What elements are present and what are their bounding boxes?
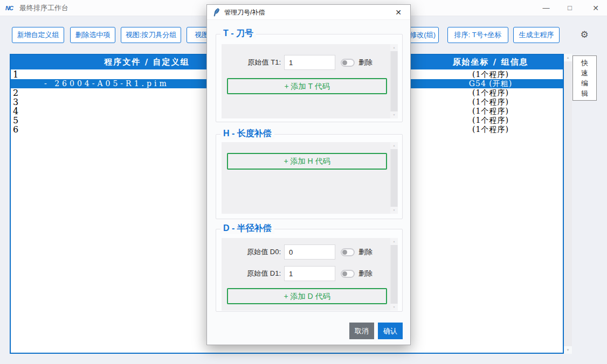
d1-delete-label: 删除	[358, 266, 373, 281]
add-h-code-button[interactable]: + 添加 H 代码	[227, 153, 387, 170]
scroll-up-icon[interactable]: ▲	[564, 54, 572, 61]
toggle-knob	[342, 271, 347, 276]
t1-row: 原始值 T1: 删除	[222, 55, 383, 70]
app-logo-icon: NC	[5, 4, 15, 12]
dialog-title: 管理刀号/补偿	[224, 5, 265, 20]
d0-row: 原始值 D0: 删除	[222, 244, 383, 260]
add-custom-group-button[interactable]: 新增自定义组	[12, 27, 64, 43]
view-group-by-tool-button[interactable]: 视图:按刀具分组	[121, 27, 181, 43]
toggle-knob	[342, 60, 347, 65]
scroll-down-icon[interactable]: ▼	[390, 207, 398, 214]
row-info: G54 (开粗)	[420, 79, 561, 88]
t-panel-scrollbar[interactable]: ▲ ▼	[390, 44, 398, 118]
h-panel-scrollbar[interactable]: ▲ ▼	[390, 142, 398, 214]
scroll-down-icon[interactable]: ▼	[564, 346, 572, 354]
scroll-down-icon[interactable]: ▼	[390, 111, 398, 118]
add-t-code-button[interactable]: + 添加 T 代码	[227, 78, 387, 94]
row-label: 4	[13, 107, 18, 116]
row-label: 3	[13, 97, 18, 107]
feather-icon	[213, 8, 220, 17]
scroll-up-icon[interactable]: ▲	[390, 238, 398, 245]
section-d-legend: D - 半径补偿	[220, 223, 274, 234]
row-info: (1个程序)	[420, 70, 561, 79]
row-label: 2	[13, 88, 18, 97]
d1-label: 原始值 D1:	[222, 266, 281, 281]
h-list-panel: + 添加 H 代码 ▲ ▼	[222, 142, 398, 214]
d-list-panel: 原始值 D0: 删除 原始值 D1: 删除 + 添加 D 代码 ▲ ▼	[222, 238, 398, 311]
row-info: (1个程序)	[420, 97, 561, 107]
add-d-code-button[interactable]: + 添加 D 代码	[227, 288, 387, 304]
row-label: 1	[13, 70, 18, 79]
sort-by-t-coord-button[interactable]: 排序: T号+坐标	[447, 27, 508, 43]
section-h-legend: H - 长度补偿	[220, 128, 274, 139]
section-t-legend: T - 刀号	[220, 28, 256, 39]
quick-edit-button[interactable]: 快 速 编 辑	[572, 55, 597, 101]
minimize-button[interactable]: —	[537, 0, 555, 16]
t1-delete-toggle[interactable]	[341, 59, 355, 67]
d0-value-input[interactable]	[284, 244, 335, 260]
row-label: 6	[13, 125, 18, 134]
row-info: (1个程序)	[420, 125, 561, 134]
d1-row: 原始值 D1: 删除	[222, 266, 383, 281]
t1-delete-label: 删除	[358, 55, 373, 70]
row-info: (1个程序)	[420, 88, 561, 97]
d0-delete-label: 删除	[358, 244, 373, 260]
quick-edit-label: 快 速 编 辑	[573, 58, 596, 99]
close-button[interactable]: ✕	[587, 0, 605, 16]
d0-label: 原始值 D0:	[222, 244, 281, 260]
t-list-panel: 原始值 T1: 删除 + 添加 T 代码 ▲ ▼	[222, 44, 398, 118]
scrollbar-thumb[interactable]	[391, 245, 397, 304]
gear-icon[interactable]: ⚙	[578, 29, 590, 41]
scroll-up-icon[interactable]: ▲	[390, 44, 398, 51]
row-label: - 26004-A05-R1.pim	[44, 79, 169, 88]
scrollbar-thumb[interactable]	[391, 51, 397, 111]
dialog-close-icon[interactable]: ✕	[390, 5, 407, 20]
d1-delete-toggle[interactable]	[341, 270, 355, 278]
t1-value-input[interactable]	[284, 55, 335, 70]
generate-main-program-button[interactable]: 生成主程序	[513, 27, 560, 43]
section-d-radius-comp: D - 半径补偿 原始值 D0: 删除 原始值 D1: 删除 + 添加 D 代码…	[216, 229, 403, 312]
section-t-tool-number: T - 刀号 原始值 T1: 删除 + 添加 T 代码 ▲ ▼	[216, 34, 403, 122]
column-header-coord-info[interactable]: 原始坐标 / 组信息	[420, 55, 561, 69]
scroll-up-icon[interactable]: ▲	[390, 142, 398, 149]
row-label: 5	[13, 116, 18, 125]
row-info: (1个程序)	[420, 107, 561, 116]
maximize-button[interactable]: □	[561, 0, 579, 16]
cancel-button[interactable]: 取消	[349, 323, 374, 339]
scroll-down-icon[interactable]: ▼	[390, 304, 398, 311]
delete-selected-button[interactable]: 删除选中项	[70, 27, 115, 43]
d-panel-scrollbar[interactable]: ▲ ▼	[390, 238, 398, 311]
row-info: (1个程序)	[420, 116, 561, 125]
d1-value-input[interactable]	[284, 266, 335, 281]
table-scrollbar[interactable]: ▲ ▼	[564, 54, 572, 354]
manage-tool-dialog: 管理刀号/补偿 ✕ T - 刀号 原始值 T1: 删除 + 添加 T 代码 ▲ …	[206, 4, 411, 345]
toggle-knob	[342, 250, 347, 255]
dialog-titlebar: 管理刀号/补偿 ✕	[207, 5, 410, 20]
confirm-button[interactable]: 确认	[378, 323, 403, 339]
app-window: NC 最终排序工作台 — □ ✕ 新增自定义组 删除选中项 视图:按刀具分组 视…	[0, 0, 607, 364]
section-h-length-comp: H - 长度补偿 + 添加 H 代码 ▲ ▼	[216, 134, 403, 219]
t1-label: 原始值 T1:	[222, 55, 281, 70]
window-title: 最终排序工作台	[19, 0, 68, 16]
d0-delete-toggle[interactable]	[341, 248, 355, 256]
scrollbar-thumb[interactable]	[391, 149, 397, 207]
